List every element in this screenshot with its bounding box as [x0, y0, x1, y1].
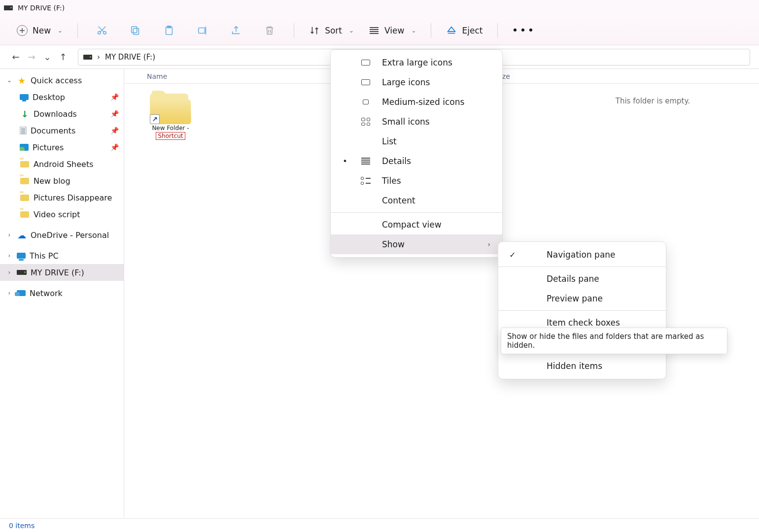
sidebar-my-drive[interactable]: › MY DRIVE (F:) — [0, 264, 124, 281]
folder-icon — [20, 160, 30, 168]
menu-separator — [498, 310, 666, 311]
documents-icon — [20, 127, 27, 134]
sidebar-item-label: Pictures — [33, 143, 106, 152]
more-button[interactable]: ••• — [507, 24, 540, 36]
new-button[interactable]: New ⌄ — [11, 22, 69, 39]
chevron-right-icon[interactable]: › — [6, 269, 13, 276]
svg-rect-2 — [134, 28, 139, 34]
cloud-icon: ☁ — [17, 231, 27, 239]
chevron-right-icon: › — [487, 240, 490, 248]
rectangle-icon — [358, 77, 373, 88]
menu-item-label: Preview pane — [526, 294, 654, 303]
drive-icon — [17, 270, 27, 275]
menu-item-label: Small icons — [382, 117, 490, 127]
sidebar-quick-access[interactable]: ⌄ ★ Quick access — [0, 72, 124, 89]
folder-icon — [20, 176, 30, 185]
file-item-label-line2: Shortcut — [156, 132, 185, 140]
up-button[interactable]: ↑ — [56, 52, 70, 62]
show-menu-hidden-items[interactable]: Hidden items — [498, 356, 666, 376]
chevron-right-icon[interactable]: › — [6, 232, 13, 238]
sidebar-item-video-script[interactable]: Video script — [0, 206, 124, 223]
show-menu-details-pane[interactable]: Details pane — [498, 269, 666, 289]
back-button[interactable]: ← — [9, 52, 23, 62]
sidebar-item-pictures-disappeared[interactable]: Pictures Disappeare — [0, 189, 124, 206]
breadcrumb-current[interactable]: MY DRIVE (F:) — [105, 53, 155, 62]
copy-button[interactable] — [120, 22, 151, 39]
view-menu-list[interactable]: List — [331, 132, 502, 151]
show-menu-preview-pane[interactable]: Preview pane — [498, 289, 666, 308]
pin-icon: 📌 — [110, 93, 119, 101]
view-menu-medium-icons[interactable]: Medium-sized icons — [331, 92, 502, 112]
sidebar-network[interactable]: › Network — [0, 285, 124, 301]
sidebar-item-label: Video script — [34, 210, 119, 219]
toolbar-divider — [497, 23, 498, 38]
view-menu-tiles[interactable]: Tiles — [331, 171, 502, 191]
menu-item-label: Compact view — [382, 220, 490, 230]
view-button[interactable]: View ⌄ — [363, 22, 422, 39]
sidebar-item-documents[interactable]: Documents 📌 — [0, 122, 124, 139]
sidebar-item-label: Downloads — [34, 109, 106, 119]
svg-rect-3 — [132, 26, 137, 33]
list-icon — [358, 136, 373, 147]
menu-item-label: Details pane — [526, 274, 654, 284]
trash-icon — [264, 25, 275, 36]
sidebar-this-pc[interactable]: › This PC — [0, 247, 124, 264]
view-label: View — [384, 26, 404, 35]
paste-button[interactable] — [154, 22, 184, 39]
drive-icon — [83, 55, 92, 60]
drive-icon — [4, 5, 13, 10]
chevron-right-icon[interactable]: › — [6, 252, 13, 259]
sidebar-onedrive[interactable]: › ☁ OneDrive - Personal — [0, 227, 124, 243]
sidebar-item-label: New blog — [34, 176, 119, 186]
sidebar-item-downloads[interactable]: ↓ Downloads 📌 — [0, 105, 124, 122]
view-menu-large-icons[interactable]: Large icons — [331, 72, 502, 92]
menu-item-label: Extra large icons — [382, 58, 490, 67]
delete-button[interactable] — [254, 22, 285, 39]
sidebar-item-pictures[interactable]: Pictures 📌 — [0, 139, 124, 156]
forward-button[interactable]: → — [25, 52, 38, 62]
sort-button[interactable]: Sort ⌄ — [303, 22, 360, 39]
share-button[interactable] — [221, 22, 251, 39]
rename-button[interactable] — [187, 22, 218, 39]
view-menu-show[interactable]: Show › — [331, 234, 502, 254]
sort-label: Sort — [325, 26, 342, 35]
view-menu-extra-large-icons[interactable]: Extra large icons — [331, 53, 502, 72]
recent-locations-button[interactable]: ⌄ — [40, 52, 54, 62]
view-menu-compact-view[interactable]: Compact view — [331, 215, 502, 234]
chevron-down-icon[interactable]: ⌄ — [6, 77, 13, 84]
menu-item-label: Medium-sized icons — [382, 97, 490, 107]
view-lines-icon — [369, 25, 380, 36]
folder-icon — [20, 193, 30, 202]
svg-rect-6 — [199, 28, 205, 33]
view-menu-content[interactable]: Content — [331, 191, 502, 210]
navigation-pane[interactable]: ⌄ ★ Quick access Desktop 📌 ↓ Downloads 📌… — [0, 69, 124, 518]
view-menu-small-icons[interactable]: Small icons — [331, 112, 502, 132]
sidebar-item-new-blog[interactable]: New blog — [0, 172, 124, 189]
download-icon: ↓ — [20, 109, 30, 118]
copy-icon — [130, 25, 141, 36]
rectangle-icon — [358, 97, 373, 107]
share-icon — [231, 25, 242, 36]
view-menu-details[interactable]: • Details — [331, 151, 502, 171]
desktop-icon — [20, 94, 29, 100]
show-menu-navigation-pane[interactable]: ✓ Navigation pane — [498, 245, 666, 265]
chevron-right-icon[interactable]: › — [6, 290, 13, 297]
eject-button[interactable]: Eject — [440, 22, 488, 39]
sidebar-item-android-sheets[interactable]: Android Sheets — [0, 156, 124, 172]
content-icon — [358, 195, 373, 206]
view-menu: Extra large icons Large icons Medium-siz… — [330, 49, 503, 258]
file-item-new-folder-shortcut[interactable]: ↗ New Folder - Shortcut — [146, 91, 195, 140]
pin-icon: 📌 — [110, 143, 119, 151]
clipboard-icon — [164, 25, 174, 36]
sidebar-item-desktop[interactable]: Desktop 📌 — [0, 89, 124, 105]
column-size[interactable]: Size — [486, 69, 759, 83]
menu-item-label: List — [382, 136, 490, 146]
status-item-count: 0 items — [9, 522, 34, 530]
new-label: New — [33, 26, 51, 35]
menu-item-label: Tiles — [382, 176, 490, 186]
menu-item-label: Item check boxes — [526, 318, 654, 328]
cut-button[interactable] — [87, 22, 117, 39]
check-icon: ✓ — [508, 250, 517, 260]
pin-icon: 📌 — [110, 110, 119, 118]
menu-item-label: Navigation pane — [526, 250, 654, 260]
